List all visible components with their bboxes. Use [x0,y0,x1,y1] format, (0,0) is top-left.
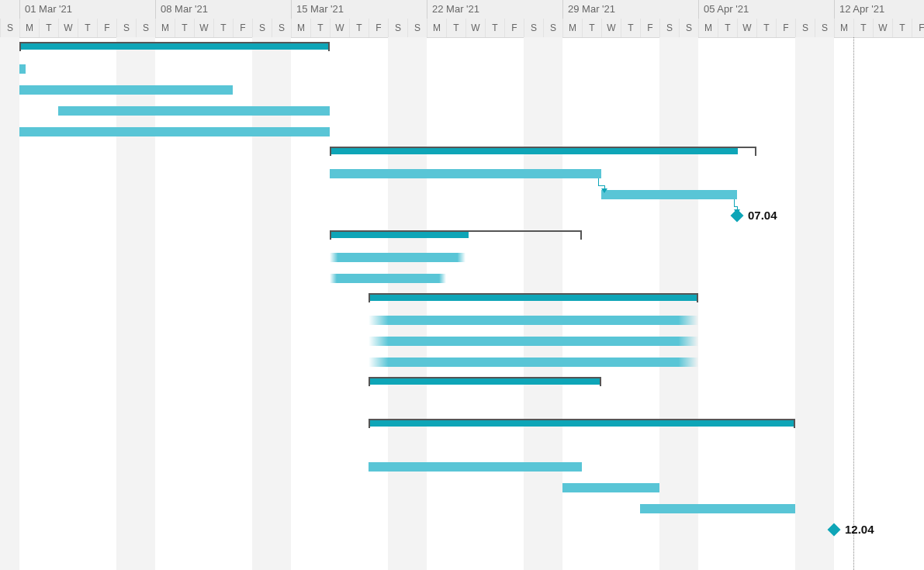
day-header: S [795,19,815,37]
task-bar[interactable] [19,85,233,95]
week-header: 01 Mar '21 [19,0,155,19]
day-header: F [504,19,524,37]
day-header: F [97,19,116,37]
day-header: S [116,19,136,37]
day-header: S [388,19,407,37]
day-header: F [776,19,795,37]
day-header: W [873,19,892,37]
task-bar[interactable] [330,169,601,178]
week-header: 08 Mar '21 [155,0,291,19]
day-header: T [213,19,233,37]
day-header: F [912,19,924,37]
day-header: T [310,19,330,37]
task-bar[interactable] [330,274,446,283]
day-header: M [562,19,582,37]
task-bar[interactable] [330,253,465,262]
day-header: T [78,19,97,37]
day-header: S [0,19,19,37]
day-header: S [815,19,834,37]
day-header: S [659,19,679,37]
task-bar[interactable] [369,337,698,346]
day-header: T [349,19,369,37]
day-header: M [291,19,310,37]
milestone-label: 07.04 [748,209,777,222]
summary-bar[interactable] [19,42,330,54]
summary-bar[interactable] [330,147,756,159]
day-header: W [194,19,213,37]
task-bar[interactable] [369,462,582,472]
day-header: M [698,19,718,37]
day-header: W [601,19,621,37]
day-header: W [58,19,78,37]
gantt-chart[interactable]: 01 Mar '2108 Mar '2115 Mar '2122 Mar '21… [0,0,924,570]
task-bar[interactable] [19,64,26,74]
week-header: 29 Mar '21 [562,0,698,19]
day-header: M [155,19,175,37]
summary-bar[interactable] [369,419,795,431]
day-header: F [369,19,388,37]
weekend-band [252,37,291,570]
day-header: S [524,19,543,37]
week-header: 15 Mar '21 [291,0,427,19]
day-header: W [465,19,485,37]
day-header: T [446,19,465,37]
task-bar[interactable] [58,106,330,116]
day-header: W [330,19,349,37]
week-header: 12 Apr '21 [834,0,924,19]
weekend-band [0,37,19,570]
day-header: F [233,19,252,37]
day-header: S [679,19,698,37]
task-bar[interactable] [640,504,795,513]
timeline-header: 01 Mar '2108 Mar '2115 Mar '2122 Mar '21… [0,0,924,38]
day-header: T [718,19,737,37]
milestone-label: 12.04 [845,523,874,536]
week-header: 22 Mar '21 [427,0,562,19]
day-header: S [252,19,272,37]
day-header: M [834,19,853,37]
task-bar[interactable] [369,358,698,367]
day-header: T [621,19,640,37]
day-header: S [543,19,562,37]
day-header: S [272,19,291,37]
task-bar[interactable] [19,127,330,136]
summary-bar[interactable] [330,230,582,243]
task-bar[interactable] [369,316,698,325]
today-line [853,37,854,570]
day-header: M [19,19,39,37]
week-header: 05 Apr '21 [698,0,834,19]
task-bar[interactable] [562,483,659,492]
day-header: F [640,19,659,37]
gantt-body[interactable]: 07.0412.04 [0,37,924,570]
day-header: T [485,19,504,37]
day-header: M [427,19,446,37]
day-header: T [756,19,776,37]
task-bar[interactable] [601,190,737,199]
day-header: T [582,19,601,37]
day-header: T [175,19,194,37]
day-header: T [892,19,912,37]
day-header: T [39,19,58,37]
weekend-band [795,37,834,570]
day-header: W [737,19,756,37]
summary-bar[interactable] [369,377,601,389]
day-header: S [136,19,155,37]
day-header: T [853,19,873,37]
summary-bar[interactable] [369,293,698,306]
day-header: S [407,19,427,37]
weekend-band [116,37,155,570]
